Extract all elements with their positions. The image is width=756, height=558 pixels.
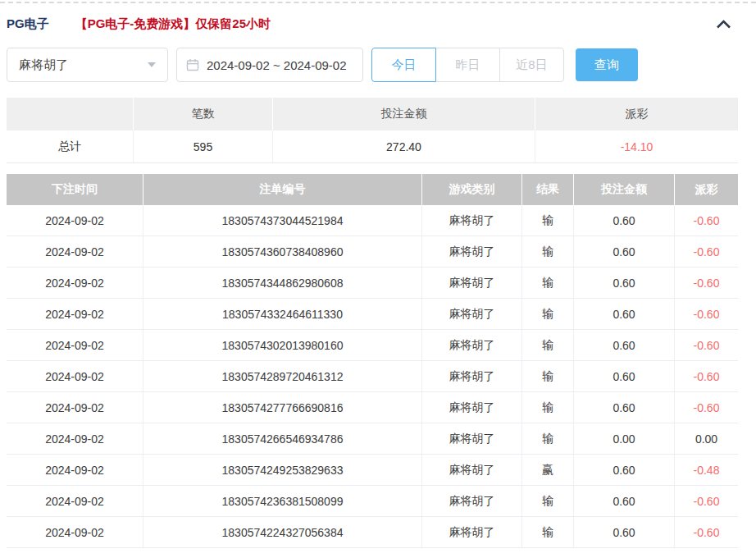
summary-total-count: 595 xyxy=(134,130,273,162)
bet-id-cell: 1830574344862980608 xyxy=(143,268,422,298)
result-cell: 输 xyxy=(522,517,574,547)
result-cell: 输 xyxy=(522,423,574,454)
summary-table: 笔数 投注金额 派彩 总计 595 272.40 -14.10 xyxy=(7,98,738,163)
bet-amount-cell: 0.60 xyxy=(574,205,675,236)
table-row: 2024-09-02 1830574373044521984 麻将胡了 输 0.… xyxy=(7,205,738,236)
payout-cell: -0.60 xyxy=(675,330,738,360)
bet-id-cell: 1830574277766690816 xyxy=(143,392,422,423)
payout-cell: -0.60 xyxy=(675,236,738,267)
summary-total-label: 总计 xyxy=(7,130,134,162)
payout-cell: -0.48 xyxy=(675,455,738,485)
bet-date-cell: 2024-09-02 xyxy=(7,517,143,547)
col-header-bet-id: 注单编号 xyxy=(143,174,422,205)
collapse-button[interactable] xyxy=(716,20,731,29)
col-header-payout: 派彩 xyxy=(675,174,738,205)
payout-cell: -0.60 xyxy=(675,205,738,236)
bet-id-cell: 1830574224327056384 xyxy=(143,517,422,547)
bet-date-cell: 2024-09-02 xyxy=(7,299,143,329)
game-type-cell: 麻将胡了 xyxy=(422,268,522,298)
game-type-cell: 麻将胡了 xyxy=(422,205,522,236)
game-select-value: 麻将胡了 xyxy=(19,57,68,73)
bet-amount-cell: 0.60 xyxy=(574,268,675,298)
quick-button-last8days[interactable]: 近8日 xyxy=(499,48,564,82)
result-cell: 赢 xyxy=(522,455,574,485)
col-header-bet-amount: 投注金额 xyxy=(574,174,675,205)
game-type-cell: 麻将胡了 xyxy=(422,455,522,485)
summary-total-payout: -14.10 xyxy=(535,130,738,162)
table-row: 2024-09-02 1830574249253829633 麻将胡了 赢 0.… xyxy=(7,455,738,486)
bet-id-cell: 1830574266546934786 xyxy=(143,423,422,454)
payout-cell: 0.00 xyxy=(675,423,738,454)
bet-date-cell: 2024-09-02 xyxy=(7,361,143,391)
bet-date-cell: 2024-09-02 xyxy=(7,423,143,454)
bet-date-cell: 2024-09-02 xyxy=(7,205,143,236)
col-header-bet-time: 下注时间 xyxy=(7,174,143,205)
bet-amount-cell: 0.60 xyxy=(574,236,675,267)
summary-header-bet-amount: 投注金额 xyxy=(273,98,535,130)
game-select[interactable]: 麻将胡了 xyxy=(7,48,168,82)
summary-total-row: 总计 595 272.40 -14.10 xyxy=(7,130,738,163)
chevron-up-icon xyxy=(716,20,731,29)
bet-table: 下注时间 注单编号 游戏类别 结果 投注金额 派彩 2024-09-02 183… xyxy=(7,174,738,548)
panel-header: PG电子 【PG电子-免费游戏】仅保留25小时 xyxy=(7,16,731,32)
summary-header-blank xyxy=(7,98,134,130)
table-row: 2024-09-02 1830574302013980160 麻将胡了 输 0.… xyxy=(7,330,738,361)
game-type-cell: 麻将胡了 xyxy=(422,486,522,516)
result-cell: 输 xyxy=(522,392,574,423)
search-button[interactable]: 查询 xyxy=(576,48,638,81)
bet-date-cell: 2024-09-02 xyxy=(7,455,143,485)
result-cell: 输 xyxy=(522,299,574,329)
game-type-cell: 麻将胡了 xyxy=(422,361,522,391)
bet-id-cell: 1830574302013980160 xyxy=(143,330,422,360)
summary-total-bet-amount: 272.40 xyxy=(273,130,535,162)
game-type-cell: 麻将胡了 xyxy=(422,330,522,360)
bet-date-cell: 2024-09-02 xyxy=(7,392,143,423)
table-row: 2024-09-02 1830574224327056384 麻将胡了 输 0.… xyxy=(7,517,738,548)
result-cell: 输 xyxy=(522,236,574,267)
date-range-input[interactable]: 2024-09-02 ~ 2024-09-02 xyxy=(176,48,363,82)
result-cell: 输 xyxy=(522,330,574,360)
bet-amount-cell: 0.60 xyxy=(574,455,675,485)
payout-cell: -0.60 xyxy=(675,486,738,516)
table-row: 2024-09-02 1830574289720461312 麻将胡了 输 0.… xyxy=(7,361,738,392)
quick-button-yesterday[interactable]: 昨日 xyxy=(435,48,500,82)
bet-amount-cell: 0.60 xyxy=(574,361,675,391)
bet-amount-cell: 0.60 xyxy=(574,299,675,329)
bet-id-cell: 1830574360738408960 xyxy=(143,236,422,267)
payout-cell: -0.60 xyxy=(675,299,738,329)
bet-amount-cell: 0.60 xyxy=(574,486,675,516)
summary-header-row: 笔数 投注金额 派彩 xyxy=(7,98,738,130)
result-cell: 输 xyxy=(522,361,574,391)
bet-id-cell: 1830574289720461312 xyxy=(143,361,422,391)
bet-id-cell: 1830574332464611330 xyxy=(143,299,422,329)
bet-table-header-row: 下注时间 注单编号 游戏类别 结果 投注金额 派彩 xyxy=(7,174,738,205)
game-type-cell: 麻将胡了 xyxy=(422,236,522,267)
date-range-value: 2024-09-02 ~ 2024-09-02 xyxy=(207,58,347,72)
bet-table-body: 2024-09-02 1830574373044521984 麻将胡了 输 0.… xyxy=(7,205,738,548)
game-type-cell: 麻将胡了 xyxy=(422,392,522,423)
result-cell: 输 xyxy=(522,486,574,516)
game-type-cell: 麻将胡了 xyxy=(422,299,522,329)
bet-date-cell: 2024-09-02 xyxy=(7,330,143,360)
bet-id-cell: 1830574373044521984 xyxy=(143,205,422,236)
top-dashed-divider xyxy=(0,2,756,3)
table-row: 2024-09-02 1830574266546934786 麻将胡了 输 0.… xyxy=(7,423,738,455)
panel-title: PG电子 xyxy=(7,16,49,32)
bet-id-cell: 1830574249253829633 xyxy=(143,455,422,485)
table-row: 2024-09-02 1830574360738408960 麻将胡了 输 0.… xyxy=(7,236,738,268)
bet-amount-cell: 0.00 xyxy=(574,423,675,454)
table-row: 2024-09-02 1830574236381508099 麻将胡了 输 0.… xyxy=(7,486,738,517)
game-type-cell: 麻将胡了 xyxy=(422,517,522,547)
summary-header-payout: 派彩 xyxy=(535,98,738,130)
bet-amount-cell: 0.60 xyxy=(574,392,675,423)
payout-cell: -0.60 xyxy=(675,517,738,547)
col-header-game-type: 游戏类别 xyxy=(422,174,522,205)
payout-cell: -0.60 xyxy=(675,268,738,298)
bet-date-cell: 2024-09-02 xyxy=(7,268,143,298)
bet-date-cell: 2024-09-02 xyxy=(7,236,143,267)
bet-amount-cell: 0.60 xyxy=(574,330,675,360)
summary-header-count: 笔数 xyxy=(134,98,273,130)
quick-button-today[interactable]: 今日 xyxy=(371,48,436,82)
col-header-result: 结果 xyxy=(522,174,574,205)
bet-id-cell: 1830574236381508099 xyxy=(143,486,422,516)
